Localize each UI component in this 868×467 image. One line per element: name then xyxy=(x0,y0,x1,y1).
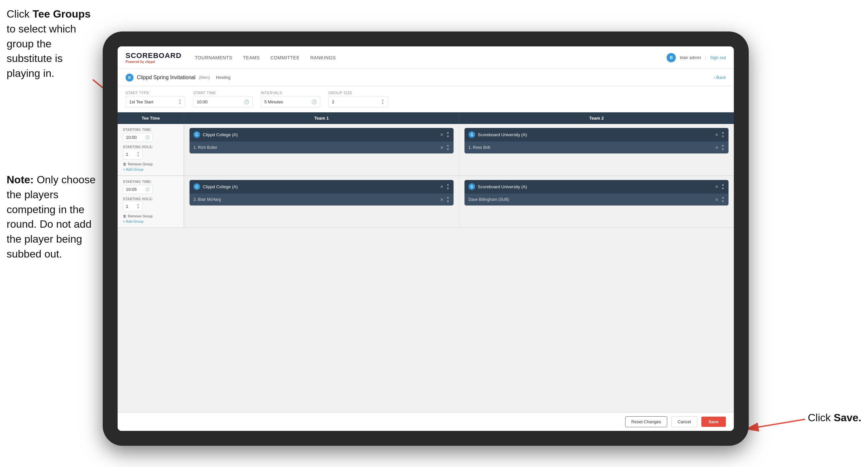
player-name-2-1: 1. Rees Britt xyxy=(468,145,715,150)
remove-group-button-2[interactable]: 🗑 Remove Group xyxy=(123,214,178,218)
start-type-input[interactable]: 1st Tee Start ▲▼ xyxy=(126,96,185,107)
user-name: blair admin xyxy=(680,55,701,60)
teams-cell-2: C Clippd College (A) ✕ ▲▼ 2. Blair McHar… xyxy=(184,176,734,227)
team1-controls-1: ✕ ▲▼ xyxy=(440,130,450,139)
team1-remove-icon-1[interactable]: ✕ xyxy=(440,132,444,137)
starting-time-label-1: STARTING TIME: xyxy=(123,128,178,132)
team2-col-1: S Scoreboard University (A) ✕ ▲▼ 1. Rees… xyxy=(459,124,734,175)
intervals-group: Intervals 5 Minutes 🕐 xyxy=(261,91,320,107)
tee-groups-bold: Tee Groups xyxy=(32,8,90,20)
team2-sort-icon-2[interactable]: ▲▼ xyxy=(721,183,724,191)
table-row: STARTING TIME: 10:05 🕐 STARTING HOLE: 1 … xyxy=(118,176,734,228)
settings-row: Start Type 1st Tee Start ▲▼ Start Time 1… xyxy=(118,86,734,112)
table-row: STARTING TIME: 10:00 🕐 STARTING HOLE: 1 … xyxy=(118,124,734,176)
tee-time-cell-2: STARTING TIME: 10:05 🕐 STARTING HOLE: 1 … xyxy=(118,176,184,227)
nav-links: TOURNAMENTS TEAMS COMMITTEE RANKINGS xyxy=(195,54,666,62)
group-size-input[interactable]: 2 ▲▼ xyxy=(328,96,388,107)
click-save-instruction: Click Save. xyxy=(808,412,861,424)
player-sort-icon-2-2[interactable]: ▲▼ xyxy=(721,196,724,204)
tee-time-clock-icon-2: 🕐 xyxy=(145,187,150,192)
team2-header-1: S Scoreboard University (A) ✕ ▲▼ xyxy=(464,128,728,141)
team2-header-2: S Scoreboard University (A) ✕ ▲▼ xyxy=(464,180,728,193)
logo-powered: Powered by clippd xyxy=(126,60,182,64)
team1-icon-2: C xyxy=(193,183,200,190)
starting-hole-label-2: STARTING HOLE: xyxy=(123,197,178,201)
team1-col-2: C Clippd College (A) ✕ ▲▼ 2. Blair McHar… xyxy=(184,176,459,227)
add-group-button-2[interactable]: + Add Group xyxy=(123,220,178,224)
sign-out-link[interactable]: Sign out xyxy=(710,55,726,60)
player-remove-icon-1-2[interactable]: ✕ xyxy=(440,197,444,202)
player-sort-icon-1-2[interactable]: ▲▼ xyxy=(446,196,450,204)
save-bold-label: Save. xyxy=(834,412,861,424)
team2-remove-icon-1[interactable]: ✕ xyxy=(715,132,719,137)
hole-input-1[interactable]: 1 ▲▼ xyxy=(123,149,143,159)
hole-input-2[interactable]: 1 ▲▼ xyxy=(123,201,143,211)
player-controls-1-2: ✕ ▲▼ xyxy=(440,196,450,204)
team1-controls-2: ✕ ▲▼ xyxy=(440,183,450,191)
player-row-2-1: 1. Rees Britt ✕ ▲▼ xyxy=(464,142,728,153)
player-remove-icon-2-2[interactable]: ✕ xyxy=(715,197,719,202)
user-avatar: B xyxy=(666,53,676,62)
navbar: SCOREBOARD Powered by clippd TOURNAMENTS… xyxy=(118,47,734,69)
player-remove-icon-2-1[interactable]: ✕ xyxy=(715,145,719,150)
tee-time-input-row-1: 10:00 🕐 xyxy=(123,133,178,142)
add-group-button-1[interactable]: + Add Group xyxy=(123,167,178,171)
team1-sort-icon-2[interactable]: ▲▼ xyxy=(446,183,450,191)
team1-name-2: Clippd College (A) xyxy=(203,184,440,189)
nav-right: B blair admin | Sign out xyxy=(666,53,726,62)
clock-icon: 🕐 xyxy=(244,99,249,105)
tee-time-input-row-2: 10:05 🕐 xyxy=(123,185,178,194)
team2-icon-2: S xyxy=(468,183,475,190)
team2-sort-icon-1[interactable]: ▲▼ xyxy=(721,130,724,139)
intervals-input[interactable]: 5 Minutes 🕐 xyxy=(261,96,320,107)
hole-arrow-2: ▲▼ xyxy=(136,203,140,209)
intervals-clock-icon: 🕐 xyxy=(311,99,317,105)
team2-controls-1: ✕ ▲▼ xyxy=(715,130,724,139)
player-sort-icon-2-1[interactable]: ▲▼ xyxy=(721,144,724,151)
tee-time-box-2[interactable]: 10:05 🕐 xyxy=(123,185,153,194)
nav-tournaments[interactable]: TOURNAMENTS xyxy=(195,54,232,62)
tee-time-clock-icon-1: 🕐 xyxy=(145,135,150,140)
remove-group-button-1[interactable]: 🗑 Remove Group xyxy=(123,162,178,166)
breadcrumb-gender: (Men) xyxy=(199,75,210,80)
player-controls-1-1: ✕ ▲▼ xyxy=(440,144,450,151)
player-sort-icon-1-1[interactable]: ▲▼ xyxy=(446,144,450,151)
team1-remove-icon-2[interactable]: ✕ xyxy=(440,184,444,189)
breadcrumb-title: Clippd Spring Invitational xyxy=(137,75,195,81)
trash-icon-1: 🗑 xyxy=(123,162,127,166)
team1-sort-icon-1[interactable]: ▲▼ xyxy=(446,130,450,139)
footer-bar: Reset Changes Cancel Save xyxy=(118,412,734,431)
player-remove-icon-1-1[interactable]: ✕ xyxy=(440,145,444,150)
note-label: Note: xyxy=(7,174,37,185)
start-time-group: Start Time 10:00 🕐 xyxy=(193,91,253,107)
team2-entry-2: S Scoreboard University (A) ✕ ▲▼ Dave Bi… xyxy=(464,180,728,205)
th-team1: Team 1 xyxy=(184,112,459,124)
start-type-arrow: ▲▼ xyxy=(178,98,182,105)
nav-rankings[interactable]: RANKINGS xyxy=(310,54,336,62)
team2-controls-2: ✕ ▲▼ xyxy=(715,183,724,191)
team2-icon-1: S xyxy=(468,131,475,138)
team2-name-2: Scoreboard University (A) xyxy=(478,184,715,189)
breadcrumb-bar: B Clippd Spring Invitational (Men) Hosti… xyxy=(118,69,734,86)
nav-committee[interactable]: COMMITTEE xyxy=(270,54,300,62)
back-button[interactable]: ‹ Back xyxy=(714,75,726,80)
th-tee-time: Tee Time xyxy=(118,112,184,124)
teams-cell-1: C Clippd College (A) ✕ ▲▼ 1. Rich Butler xyxy=(184,124,734,175)
save-button[interactable]: Save xyxy=(701,417,726,427)
table-body: STARTING TIME: 10:00 🕐 STARTING HOLE: 1 … xyxy=(118,124,734,412)
tee-time-box-1[interactable]: 10:00 🕐 xyxy=(123,133,153,142)
cancel-button[interactable]: Cancel xyxy=(671,416,697,427)
starting-hole-label-1: STARTING HOLE: xyxy=(123,145,178,149)
instruction-top: Click Tee Groups to select which group t… xyxy=(0,0,103,81)
reset-changes-button[interactable]: Reset Changes xyxy=(625,416,668,427)
breadcrumb-hosting: Hosting xyxy=(216,75,230,80)
start-time-input[interactable]: 10:00 🕐 xyxy=(193,96,253,107)
team1-col-1: C Clippd College (A) ✕ ▲▼ 1. Rich Butler xyxy=(184,124,459,175)
team1-entry-1: C Clippd College (A) ✕ ▲▼ 1. Rich Butler xyxy=(189,128,454,153)
breadcrumb-left: B Clippd Spring Invitational (Men) Hosti… xyxy=(126,74,230,82)
team2-entry-1: S Scoreboard University (A) ✕ ▲▼ 1. Rees… xyxy=(464,128,728,153)
nav-teams[interactable]: TEAMS xyxy=(243,54,260,62)
team2-remove-icon-2[interactable]: ✕ xyxy=(715,184,719,189)
starting-time-label-2: STARTING TIME: xyxy=(123,180,178,184)
start-type-group: Start Type 1st Tee Start ▲▼ xyxy=(126,91,185,107)
